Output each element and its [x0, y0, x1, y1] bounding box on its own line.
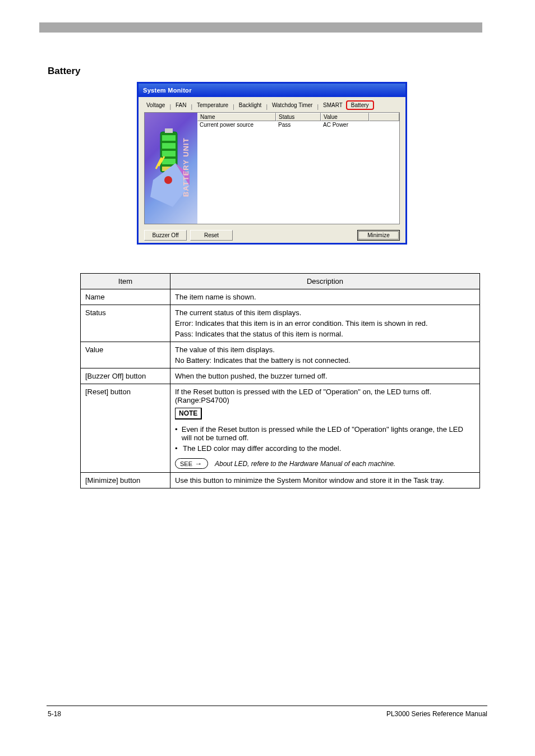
table-row: [Buzzer Off] button When the button push…: [81, 368, 480, 384]
tab-battery[interactable]: Battery: [346, 100, 374, 110]
desc-line: The current status of this item displays…: [175, 308, 475, 317]
svg-point-9: [164, 176, 172, 184]
svg-rect-1: [165, 128, 173, 133]
tab-smart[interactable]: SMART: [320, 100, 346, 110]
minimize-button[interactable]: Minimize: [357, 230, 400, 241]
cell-desc: The value of this item displays. No Batt…: [170, 342, 480, 368]
table-header-row: Item Description: [81, 274, 480, 289]
cell-desc: The current status of this item displays…: [170, 305, 480, 342]
tab-watchdog[interactable]: Watchdog Timer: [269, 100, 316, 110]
titlebar[interactable]: System Monitor: [139, 84, 405, 97]
cell-value: AC Power: [321, 121, 369, 128]
tab-backlight[interactable]: Backlight: [236, 100, 265, 110]
desc-line: The value of this item displays.: [175, 345, 475, 354]
note-bullet: • Even if the Reset button is pressed wh…: [175, 425, 475, 442]
svg-rect-3: [162, 143, 176, 149]
see-text: About LED, refere to the Hardware Manual…: [215, 460, 395, 468]
desc-line: (Range:PS4700): [175, 396, 475, 404]
desc-line: No Battery: Indicates that the battery i…: [175, 356, 475, 365]
table-row: Value The value of this item displays. N…: [81, 342, 480, 368]
tab-voltage[interactable]: Voltage: [143, 100, 168, 110]
list-row[interactable]: Current power source Pass AC Power: [197, 121, 399, 128]
col-status[interactable]: Status: [276, 113, 321, 121]
description-table: Item Description Name The item name is s…: [80, 273, 480, 488]
footer-doc-title: PL3000 Series Reference Manual: [386, 710, 487, 718]
tab-fan[interactable]: FAN: [172, 100, 190, 110]
note-bullet: • The LED color may differ according to …: [175, 444, 475, 453]
note-badge: NOTE: [175, 408, 202, 420]
table-row: [Reset] button If the Reset button is pr…: [81, 384, 480, 473]
header-stripe: 5 Setting up software: [39, 22, 482, 33]
th-desc: Description: [170, 274, 480, 289]
list-view: Name Status Value Current power source P…: [197, 113, 399, 224]
desc-line: If the Reset button is pressed with the …: [175, 388, 475, 396]
table-row: Status The current status of this item d…: [81, 305, 480, 342]
cell-name: Current power source: [197, 121, 276, 128]
system-monitor-window: System Monitor Voltage| FAN| Temperature…: [137, 82, 407, 245]
footer-rule: [47, 706, 487, 706]
tab-temperature[interactable]: Temperature: [193, 100, 232, 110]
section-title: Battery: [48, 66, 81, 77]
cell-item: Status: [81, 305, 170, 342]
buzzer-off-button[interactable]: Buzzer Off: [144, 230, 187, 241]
tab-strip: Voltage| FAN| Temperature| Backlight| Wa…: [139, 97, 405, 110]
col-value[interactable]: Value: [321, 113, 369, 121]
button-row: Buzzer Off Reset Minimize: [139, 224, 405, 241]
svg-rect-5: [162, 159, 176, 164]
cell-item: [Reset] button: [81, 384, 170, 473]
svg-rect-2: [162, 135, 176, 141]
cell-status: Pass: [276, 121, 321, 128]
battery-illustration: BATTERY UNIT: [145, 113, 197, 224]
cell-item: [Minimize] button: [81, 473, 170, 488]
footer-page: 5-18: [48, 710, 61, 718]
desc-line: Error: Indicates that this item is in an…: [175, 319, 475, 328]
reset-button[interactable]: Reset: [190, 230, 233, 241]
cell-desc: When the button pushed, the buzzer turne…: [170, 368, 480, 384]
col-end: [369, 113, 399, 121]
bullet-text: Even if the Reset button is pressed whil…: [182, 425, 475, 442]
see-label: SEE: [180, 460, 192, 467]
header-right-text: 5 Setting up software: [371, 47, 429, 53]
table-row: [Minimize] button Use this button to min…: [81, 473, 480, 488]
svg-rect-4: [162, 151, 176, 156]
tab-pane: BATTERY UNIT Name Status Value Current p…: [144, 112, 400, 224]
list-header: Name Status Value: [197, 113, 399, 121]
bullet-text: The LED color may differ according to th…: [183, 444, 341, 453]
svg-text:BATTERY UNIT: BATTERY UNIT: [182, 137, 190, 197]
cell-desc: The item name is shown.: [170, 289, 480, 305]
table-row: Name The item name is shown.: [81, 289, 480, 305]
cell-item: [Buzzer Off] button: [81, 368, 170, 384]
arrow-right-icon: →: [195, 459, 202, 468]
window-title: System Monitor: [143, 87, 192, 94]
cell-desc: Use this button to minimize the System M…: [170, 473, 480, 488]
cell-desc: If the Reset button is pressed with the …: [170, 384, 480, 473]
th-item: Item: [81, 274, 170, 289]
desc-line: Pass: Indicates that the status of this …: [175, 330, 475, 338]
see-badge: SEE →: [175, 458, 208, 469]
cell-item: Value: [81, 342, 170, 368]
cell-item: Name: [81, 289, 170, 305]
col-name[interactable]: Name: [197, 113, 276, 121]
